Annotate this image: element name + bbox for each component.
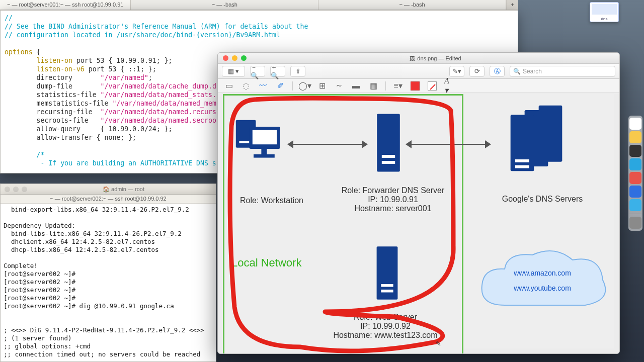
dock-app-chrome[interactable] (629, 131, 641, 143)
search-input[interactable]: 🔍 Search (510, 66, 615, 77)
forwarder-label: Role: Forwarder DNS Server IP: 10.99.0.9… (330, 186, 456, 213)
terminal-tab-3[interactable]: ~ — -bash (318, 0, 506, 10)
zoom-icon[interactable] (22, 187, 27, 192)
terminal-tab-add[interactable]: + (506, 0, 518, 10)
svg-rect-16 (515, 165, 529, 168)
svg-rect-5 (254, 154, 275, 158)
svg-rect-11 (381, 290, 393, 293)
text-style-icon[interactable]: A ▾ (444, 81, 454, 91)
preview-canvas[interactable]: Role: Workstation Role: Forwarder DNS Se… (223, 94, 614, 348)
highlight-button[interactable]: ✎▾ (449, 66, 464, 77)
text-tool-icon[interactable]: ⊞ (317, 81, 327, 91)
fill-color-icon[interactable] (427, 81, 437, 91)
sidebar-toggle-button[interactable]: ▦ ▾ (222, 66, 245, 77)
dock-app-5[interactable] (629, 172, 641, 184)
terminal2-content[interactable]: bind-export-libs.x86_64 32:9.11.4-26.P2.… (1, 204, 216, 360)
pen-tool-icon[interactable]: 〰 (258, 81, 268, 91)
zoom-icon[interactable] (241, 55, 247, 61)
dock-app-6[interactable] (629, 186, 641, 198)
preview-toolbar: ▦ ▾ －🔍 ＋🔍 ⇪ ✎▾ ⟳ Ⓐ 🔍 Search (218, 64, 619, 79)
webserver-label: Role: Web Server IP: 10.99.0.92 Hostname… (315, 313, 456, 340)
terminal2-tab[interactable]: ~ — root@server002:~ — ssh root@10.99.0.… (1, 195, 216, 204)
preview-title: 🖼 dns.png — Edited (252, 55, 619, 61)
workstation-label: Role: Workstation (226, 196, 317, 205)
cloud-link-2: www.youtube.com (474, 284, 610, 292)
image-icon: 🖼 (410, 55, 415, 61)
dock-app-terminal[interactable] (629, 145, 641, 157)
svg-rect-8 (382, 161, 395, 164)
terminal-tab-bar: ~ — root@server001:~ — ssh root@10.99.0.… (0, 0, 518, 10)
workstation-icon (231, 116, 287, 171)
preview-titlebar[interactable]: 🖼 dns.png — Edited (218, 53, 619, 64)
webserver-icon (373, 245, 401, 301)
annotation-cursor-icon: ✎ (436, 340, 441, 347)
dock-app-finder[interactable] (629, 118, 641, 130)
mask-tool-icon[interactable]: ▦ (368, 81, 378, 91)
dock-trash-icon[interactable] (629, 217, 641, 229)
server-icon (373, 113, 404, 173)
thumbnail-caption: dns (590, 17, 618, 21)
google-dns-icon (505, 103, 575, 173)
dock-app-vscode[interactable] (629, 158, 641, 170)
desktop-file-thumbnail[interactable]: dns (590, 2, 619, 22)
svg-rect-7 (382, 155, 395, 158)
dock-app-7[interactable] (629, 199, 641, 211)
close-icon[interactable] (223, 55, 228, 61)
arrow-fwd-google (411, 144, 486, 145)
line-style-icon[interactable]: ≡▾ (393, 81, 403, 91)
markup-button[interactable]: Ⓐ (490, 66, 505, 77)
lasso-tool-icon[interactable]: ◌ (241, 81, 251, 91)
google-dns-label: Google's DNS Servers (490, 195, 595, 204)
svg-rect-10 (381, 284, 393, 287)
svg-rect-15 (515, 159, 529, 162)
markup-toolbar: ▭ ◌ 〰 ✐ ◯▾ ⊞ ～ ▬ ▦ ≡▾ A ▾ (218, 79, 619, 93)
rotate-button[interactable]: ⟳ (469, 66, 485, 77)
cloud-link-1: www.amazon.com (474, 269, 610, 277)
share-button[interactable]: ⇪ (290, 66, 305, 77)
search-icon: 🔍 (513, 68, 521, 75)
shapes-tool-icon[interactable]: ◯▾ (300, 81, 310, 91)
terminal2-titlebar[interactable]: 🏠 admin — root (0, 184, 216, 195)
terminal-tab-1[interactable]: ~ — root@server001:~ — ssh root@10.99.0.… (0, 0, 131, 10)
dock (628, 116, 642, 231)
terminal2-window[interactable]: ~ — root@server002:~ — ssh root@10.99.0.… (0, 195, 216, 362)
local-network-label: Local Network (231, 256, 301, 269)
zoom-in-button[interactable]: ＋🔍 (270, 66, 285, 77)
svg-rect-4 (261, 149, 267, 154)
minimize-icon[interactable] (13, 187, 19, 192)
terminal-tab-2[interactable]: ~ — -bash (131, 0, 318, 10)
svg-rect-3 (253, 130, 277, 145)
terminal2-title: 🏠 admin — root (31, 186, 216, 193)
sign-tool-icon[interactable]: ～ (334, 81, 344, 91)
svg-rect-14 (511, 115, 534, 171)
select-tool-icon[interactable]: ▭ (224, 81, 234, 91)
cloud-icon: www.amazon.com www.youtube.com (474, 245, 610, 320)
minimize-icon[interactable] (232, 55, 237, 61)
preview-window[interactable]: 🖼 dns.png — Edited ▦ ▾ －🔍 ＋🔍 ⇪ ✎▾ ⟳ Ⓐ 🔍 … (217, 52, 620, 354)
close-icon[interactable] (5, 187, 10, 192)
stroke-color-icon[interactable] (410, 81, 420, 91)
diagram-frame: Role: Workstation Role: Forwarder DNS Se… (223, 94, 463, 354)
arrow-ws-fwd (292, 144, 363, 145)
zoom-out-button[interactable]: －🔍 (250, 66, 265, 77)
draw-tool-icon[interactable]: ✐ (275, 81, 285, 91)
note-tool-icon[interactable]: ▬ (351, 81, 361, 91)
traffic-lights (1, 187, 31, 192)
